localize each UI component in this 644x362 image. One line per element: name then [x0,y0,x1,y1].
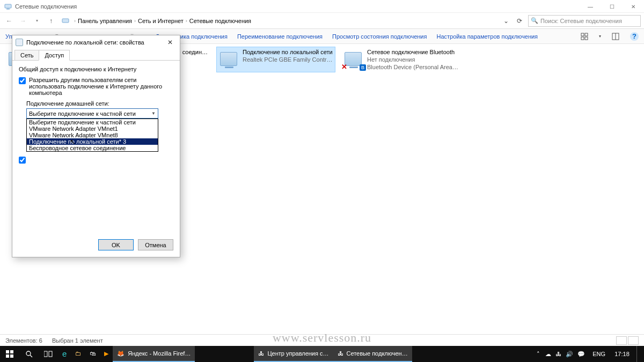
close-button[interactable]: ✕ [623,0,644,13]
ok-button[interactable]: OK [98,239,134,250]
combo-option[interactable]: VMware Network Adapter VMnet8 [27,132,158,138]
adapter-status: Нет подключения [367,56,458,63]
svg-rect-2 [62,19,69,23]
allow-control-checkbox[interactable] [19,157,26,164]
disconnected-x-icon: ✕ [341,63,347,71]
tab-sharing[interactable]: Доступ [39,50,70,61]
adapter-item[interactable]: ✕ B Сетевое подключение Bluetooth Нет по… [341,47,459,72]
search-icon: 🔍 [531,17,538,24]
adapter-name: Сетевое подключение Bluetooth [367,48,458,56]
nav-forward-button[interactable]: → [17,15,29,27]
svg-rect-15 [44,351,47,357]
adapter-name: Подключение по локальной сети [243,48,334,56]
dialog-icon [16,39,23,46]
combo-option[interactable]: Выберите подключение к частной сети [27,119,158,125]
taskbar-app-label: Центр управления с… [267,350,328,357]
home-network-label: Подключение домашней сети: [26,100,173,107]
toolbar-settings[interactable]: Настройка параметров подключения [436,33,538,40]
task-view-button[interactable] [39,346,58,362]
combo-option[interactable]: Беспроводное сетевое соединение [27,145,158,151]
media-icon: ▶ [104,350,108,357]
main-window-title: Сетевые подключения [15,3,640,10]
network-center-icon: 🖧 [258,350,264,357]
preview-pane-icon[interactable] [611,32,620,41]
allow-sharing-checkbox[interactable] [19,77,26,84]
status-bar: Элементов: 6 Выбран 1 элемент [0,334,644,346]
minimize-button[interactable]: — [580,0,601,13]
dialog-titlebar[interactable]: Подключение по локальной сети: свойства … [12,35,180,49]
taskbar-app-media[interactable]: ▶ [100,346,113,362]
svg-rect-4 [585,33,588,36]
svg-rect-16 [49,351,52,357]
view-details-button[interactable] [616,336,627,345]
breadcrumb-part[interactable]: Панель управления [78,18,132,24]
view-options-icon[interactable] [580,32,589,41]
action-center-icon[interactable]: 💬 [577,351,585,358]
dialog-close-button[interactable]: ✕ [164,39,177,46]
dialog-title: Подключение по локальной сети: свойства [26,39,164,46]
combobox-dropdown-list: Выберите подключение к частной сети VMwa… [26,119,158,152]
combo-option[interactable]: Подключение по локальной сети* 3 [27,138,158,145]
main-window-titlebar: Сетевые подключения — ☐ ✕ [0,0,644,13]
adapter-item[interactable]: Подключение по локальной сети Realtek PC… [217,47,335,72]
breadcrumb-part[interactable]: Сеть и Интернет [138,18,184,24]
combo-option[interactable]: VMware Network Adapter VMnet1 [27,125,158,132]
system-tray[interactable]: ☁ 🖧 🔊 💬 [545,351,585,358]
taskbar-app-label: Сетевые подключен… [347,350,408,357]
tray-chevron-up-icon[interactable]: ˄ [537,351,540,358]
nav-back-button[interactable]: ← [3,15,15,27]
adapter-device: Realtek PCIe GBE Family Controller [243,56,334,63]
breadcrumb-part[interactable]: Сетевые подключения [189,18,251,24]
toolbar-view-status[interactable]: Просмотр состояния подключения [332,33,427,40]
clock[interactable]: 17:18 [613,351,631,357]
taskbar: e 🗀 🛍 ▶ 🦊 Яндекс - Mozilla Firef… 🖧 Цент… [0,346,644,362]
maximize-button[interactable]: ☐ [601,0,623,13]
svg-rect-6 [585,37,588,40]
language-indicator[interactable]: ENG [590,351,608,357]
taskbar-search-button[interactable] [19,346,39,362]
tab-network[interactable]: Сеть [14,50,39,61]
onedrive-icon[interactable]: ☁ [545,351,551,358]
start-button[interactable] [0,346,19,362]
svg-rect-1 [6,9,10,10]
taskbar-app-firefox[interactable]: 🦊 Яндекс - Mozilla Firef… [113,346,195,362]
show-desktop-button[interactable] [636,346,640,362]
help-icon[interactable]: ? [630,32,639,41]
ethernet-icon [218,48,239,70]
address-bar: ← → ▾ ↑ › Панель управления › Сеть и Инт… [0,13,644,29]
address-icon [61,17,70,25]
group-label: Общий доступ к подключению к Интернету [19,66,173,72]
breadcrumb[interactable]: › Панель управления › Сеть и Интернет › … [74,18,499,24]
properties-dialog: Подключение по локальной сети: свойства … [12,35,180,257]
svg-rect-5 [581,37,584,40]
svg-rect-9 [6,350,9,353]
cancel-button[interactable]: Отмена [138,239,173,250]
folder-icon: 🗀 [75,350,81,357]
allow-sharing-label: Разрешить другим пользователям сети испо… [29,77,173,96]
view-icons-button[interactable] [628,336,639,345]
nav-up-button[interactable]: ↑ [45,15,57,27]
toolbar-rename[interactable]: Переименование подключения [237,33,323,40]
nav-recent-button[interactable]: ▾ [31,15,43,27]
svg-rect-0 [5,4,11,8]
network-tray-icon[interactable]: 🖧 [555,351,561,357]
taskbar-app-store[interactable]: 🛍 [85,346,100,362]
firefox-icon: 🦊 [117,350,125,357]
taskbar-app-network-connections[interactable]: 🖧 Сетевые подключен… [333,346,412,362]
refresh-button[interactable]: ⟳ [513,17,526,25]
chevron-down-icon: ▼ [151,111,156,116]
taskbar-app-edge[interactable]: e [58,346,71,362]
network-icon: 🖧 [338,350,343,357]
breadcrumb-dropdown[interactable]: ⌄ [501,17,511,25]
taskbar-app-explorer[interactable]: 🗀 [71,346,85,362]
volume-icon[interactable]: 🔊 [566,351,573,358]
status-item-count: Элементов: 6 [5,337,42,344]
bluetooth-icon: ✕ B [342,48,364,70]
search-input[interactable]: 🔍 Поиск: Сетевые подключения [528,15,641,27]
edge-icon: e [62,349,67,358]
home-network-combobox[interactable]: Выберите подключение к частной сети ▼ [26,108,158,119]
svg-rect-11 [6,354,9,358]
status-selection: Выбран 1 элемент [52,337,103,344]
taskbar-app-label: Яндекс - Mozilla Firef… [128,350,191,357]
taskbar-app-control-panel[interactable]: 🖧 Центр управления с… [254,346,333,362]
